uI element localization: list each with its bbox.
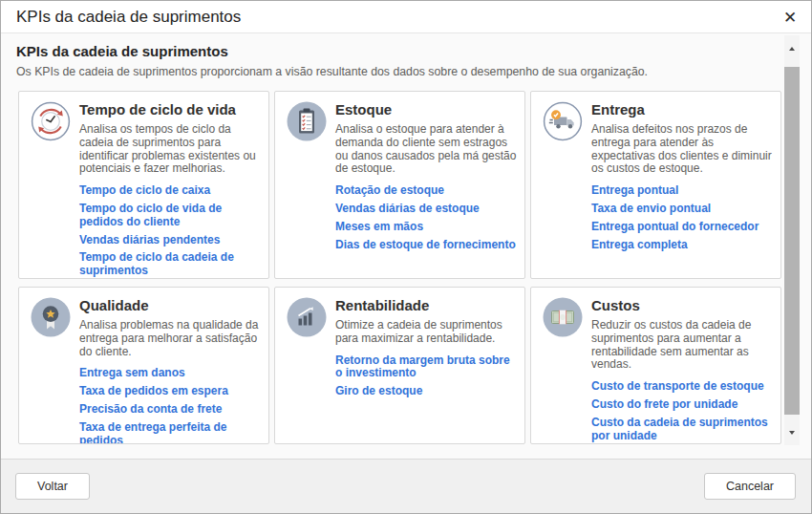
cancel-button[interactable]: Cancelar — [704, 473, 796, 500]
card-links: Custo de transporte de estoque Custo do … — [591, 380, 773, 444]
card-delivery: Entrega Analisa defeitos nos prazos de e… — [530, 91, 781, 279]
kpi-link-freight-cost-per-unit[interactable]: Custo do frete por unidade — [591, 398, 773, 412]
kpi-link-back-order-rate[interactable]: Taxa de pedidos em espera — [79, 385, 261, 398]
kpi-link-supplier-on-time-delivery[interactable]: Entrega pontual do fornecedor — [591, 221, 773, 234]
card-links: Entrega pontual Taxa de envio pontual En… — [591, 184, 773, 251]
card-links: Entrega sem danos Taxa de pedidos em esp… — [79, 367, 261, 444]
card-description: Otimize a cadeia de suprimentos para max… — [335, 319, 517, 346]
card-lifecycle-time: Tempo de ciclo de vida Analisa os tempos… — [18, 91, 269, 279]
kpi-link-inventory-rotation[interactable]: Rotação de estoque — [335, 184, 517, 198]
vertical-scrollbar[interactable] — [784, 35, 800, 445]
kpi-link-perfect-order-rate[interactable]: Taxa de entrega perfeita de pedidos — [79, 421, 261, 444]
scrollbar-thumb[interactable] — [784, 67, 800, 415]
close-icon[interactable]: ✕ — [776, 4, 804, 31]
card-links: Tempo de ciclo de caixa Tempo do ciclo d… — [79, 184, 261, 278]
delivery-truck-icon — [543, 101, 583, 141]
card-title: Estoque — [335, 101, 517, 118]
scroll-down-icon[interactable] — [784, 425, 800, 439]
dialog-title: KPIs da cadeia de suprimentos — [1, 8, 241, 27]
kpi-link-days-of-supply[interactable]: Dias de estoque de fornecimento — [335, 239, 517, 252]
card-description: Analisa defeitos nos prazos de entrega p… — [591, 123, 773, 176]
clipboard-checklist-icon — [287, 101, 327, 141]
kpi-link-inventory-carrying-cost[interactable]: Custo de transporte de estoque — [591, 380, 773, 394]
card-costs: Custos Reduzir os custos da cadeia de su… — [530, 287, 781, 444]
kpi-link-daily-sales-outstanding[interactable]: Vendas diárias pendentes — [79, 234, 261, 247]
card-profitability: Rentabilidade Otimize a cadeia de suprim… — [274, 287, 525, 444]
card-description: Analisa os tempos de ciclo da cadeia de … — [79, 123, 261, 176]
profit-chart-icon — [287, 297, 327, 337]
kpi-dialog: KPIs da cadeia de suprimentos ✕ KPIs da … — [0, 0, 812, 514]
kpi-link-months-on-hand[interactable]: Meses em mãos — [335, 221, 517, 234]
card-quality: Qualidade Analisa problemas na qualidade… — [18, 287, 269, 444]
quality-medal-icon — [31, 297, 71, 337]
card-description: Analisa problemas na qualidade da entreg… — [79, 319, 261, 358]
kpi-link-inventory-turnover[interactable]: Giro de estoque — [335, 385, 517, 398]
kpi-link-inventory-daily-sales[interactable]: Vendas diárias de estoque — [335, 203, 517, 216]
card-title: Tempo de ciclo de vida — [79, 101, 261, 118]
card-title: Custos — [591, 297, 773, 314]
card-description: Analisa o estoque para atender à demanda… — [335, 123, 517, 176]
kpi-card-grid: Tempo de ciclo de vida Analisa os tempos… — [18, 91, 811, 444]
kpi-link-full-delivery[interactable]: Entrega completa — [591, 239, 773, 252]
kpi-link-on-time-shipping-rate[interactable]: Taxa de envio pontual — [591, 203, 773, 216]
card-title: Rentabilidade — [335, 297, 517, 314]
card-inventory: Estoque Analisa o estoque para atender à… — [274, 91, 525, 279]
back-button[interactable]: Voltar — [15, 473, 90, 500]
money-cost-icon — [543, 297, 583, 337]
kpi-link-supply-chain-cycle-time[interactable]: Tempo de ciclo da cadeia de suprimentos — [79, 251, 261, 278]
scroll-up-icon[interactable] — [784, 41, 800, 55]
dialog-body: KPIs da cadeia de suprimentos Os KPIs de… — [1, 33, 811, 459]
kpi-link-on-time-delivery[interactable]: Entrega pontual — [591, 184, 773, 198]
page-subtitle: Os KPIs de cadeia de suprimentos proporc… — [16, 65, 773, 78]
kpi-link-supply-chain-cost-per-unit[interactable]: Custo da cadeia de suprimentos por unida… — [591, 417, 773, 443]
card-title: Entrega — [591, 101, 773, 118]
kpi-link-customer-order-lifecycle-time[interactable]: Tempo do ciclo de vida de pedidos do cli… — [79, 203, 261, 229]
kpi-link-freight-bill-accuracy[interactable]: Precisão da conta de frete — [79, 403, 261, 417]
card-description: Reduzir os custos da cadeia de supriment… — [591, 319, 773, 372]
kpi-link-damage-free-delivery[interactable]: Entrega sem danos — [79, 367, 261, 380]
page-title: KPIs da cadeia de suprimentos — [16, 43, 773, 59]
dialog-footer: Voltar Cancelar — [1, 459, 811, 513]
card-links: Rotação de estoque Vendas diárias de est… — [335, 184, 517, 251]
kpi-link-cash-cycle-time[interactable]: Tempo de ciclo de caixa — [79, 184, 261, 198]
dialog-titlebar: KPIs da cadeia de suprimentos ✕ — [1, 1, 811, 33]
cycle-clock-icon — [31, 101, 71, 141]
card-links: Retorno da margem bruta sobre o investim… — [335, 354, 517, 398]
page-header: KPIs da cadeia de suprimentos Os KPIs de… — [1, 33, 811, 78]
kpi-link-gmroi[interactable]: Retorno da margem bruta sobre o investim… — [335, 354, 517, 381]
card-title: Qualidade — [79, 297, 261, 314]
